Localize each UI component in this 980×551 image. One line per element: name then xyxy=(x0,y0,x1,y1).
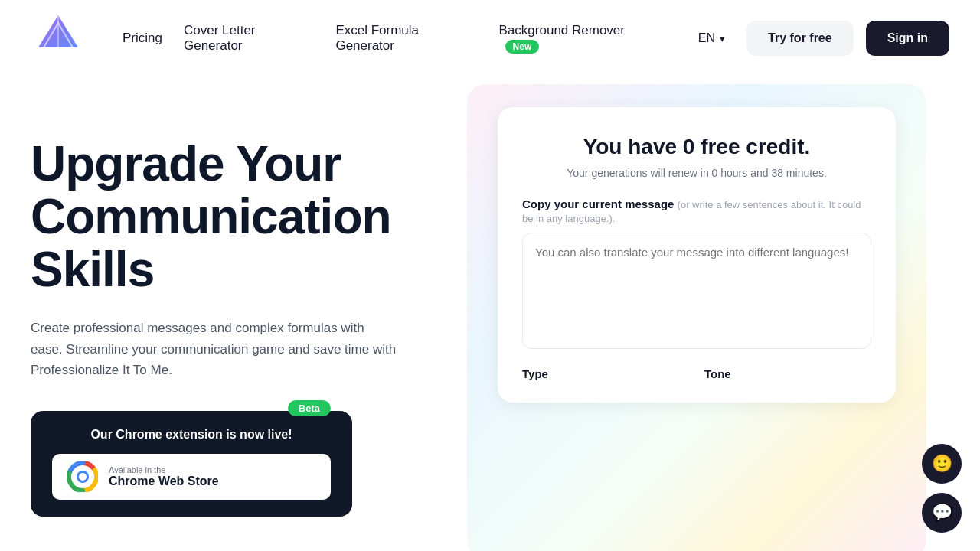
chrome-card-title: Our Chrome extension is now live! xyxy=(52,428,331,442)
tone-label: Tone xyxy=(704,367,731,380)
new-badge: New xyxy=(505,40,540,54)
message-textarea[interactable] xyxy=(522,233,871,349)
beta-badge: Beta xyxy=(288,400,331,416)
chrome-store-badge[interactable]: Available in the Chrome Web Store xyxy=(52,454,331,500)
copy-label-main: Copy your current message xyxy=(522,197,674,210)
nav-right: EN ▾ Try for free Sign in xyxy=(689,21,949,56)
tone-field: Tone xyxy=(704,367,871,381)
logo[interactable] xyxy=(31,9,86,67)
nav-background-remover[interactable]: Background Remover New xyxy=(499,23,665,54)
nav-cover-letter[interactable]: Cover Letter Generator xyxy=(184,23,314,54)
try-free-button[interactable]: Try for free xyxy=(746,21,854,56)
copy-label-row: Copy your current message (or write a fe… xyxy=(522,197,871,225)
chrome-extension-card: Beta Our Chrome extension is now live! A… xyxy=(31,411,352,517)
type-field: Type xyxy=(522,367,689,381)
navbar: Pricing Cover Letter Generator Excel For… xyxy=(0,0,980,77)
hero-right: You have 0 free credit. Your generations… xyxy=(482,92,911,551)
chrome-store-text: Available in the Chrome Web Store xyxy=(109,465,219,488)
svg-point-5 xyxy=(79,473,87,481)
type-tone-row: Type Tone xyxy=(522,367,871,381)
nav-links: Pricing Cover Letter Generator Excel For… xyxy=(122,23,665,54)
credit-card: You have 0 free credit. Your generations… xyxy=(498,107,896,403)
chat-icon: 💬 xyxy=(932,503,952,523)
chevron-down-icon: ▾ xyxy=(720,33,725,44)
hero-subtext: Create professional messages and complex… xyxy=(31,318,398,380)
hero-left: Upgrade Your Communication Skills Create… xyxy=(31,92,452,551)
hero-headline: Upgrade Your Communication Skills xyxy=(31,138,452,296)
chat-widgets: 🙂 💬 xyxy=(922,444,962,533)
nav-excel-formula[interactable]: Excel Formula Generator xyxy=(335,23,477,54)
renew-text: Your generations will renew in 0 hours a… xyxy=(522,167,871,179)
type-label: Type xyxy=(522,367,548,380)
nav-pricing[interactable]: Pricing xyxy=(122,31,162,46)
lang-label: EN xyxy=(698,31,715,45)
smiley-icon: 🙂 xyxy=(932,454,952,474)
main-content: Upgrade Your Communication Skills Create… xyxy=(0,77,980,551)
chat-button-2[interactable]: 💬 xyxy=(922,493,962,533)
sign-in-button[interactable]: Sign in xyxy=(866,21,949,56)
credit-title: You have 0 free credit. xyxy=(522,135,871,159)
language-selector[interactable]: EN ▾ xyxy=(689,25,734,51)
chat-button-1[interactable]: 🙂 xyxy=(922,444,962,484)
